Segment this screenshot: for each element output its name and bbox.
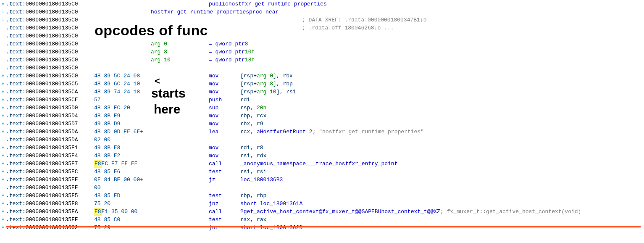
- asm-line[interactable]: ●.text:00000001800135D4 48 8B E9movrbp, …: [0, 112, 644, 120]
- operands: rsi, rdx: [240, 152, 266, 160]
- asm-line[interactable]: .text:00000001800135C0 arg_10= qword ptr…: [0, 56, 644, 64]
- annotation-here: here: [154, 105, 180, 113]
- breakpoint-dot[interactable]: ●: [0, 128, 6, 136]
- operands: rsi, rsi: [240, 168, 266, 176]
- asm-line[interactable]: ●.text:00000001800135FF 48 85 C0testrax,…: [0, 216, 644, 224]
- segment-address: .text:00000001800135CF: [6, 96, 94, 104]
- annotation-opcodes: opcodes of func: [95, 23, 208, 38]
- asm-line[interactable]: .text:00000001800135C0 arg_8= qword ptr …: [0, 48, 644, 56]
- operands: rbp, rbp: [240, 192, 266, 200]
- breakpoint-dot[interactable]: ●: [0, 216, 6, 224]
- asm-line[interactable]: ●.text:00000001800135CF 57pushrdi: [0, 96, 644, 104]
- opcode-bytes: 48 85 C0: [94, 216, 151, 224]
- mnemonic: test: [209, 192, 240, 200]
- segment-address: .text:00000001800135C0: [6, 8, 94, 16]
- asm-line[interactable]: .text:00000001800135DA 02 00: [0, 136, 644, 144]
- arg-name: arg_0: [151, 40, 209, 48]
- segment-address: .text:00000001800135E1: [6, 144, 94, 152]
- operands: short loc_18001362D: [240, 224, 302, 232]
- breakpoint-dot[interactable]: ●: [0, 0, 6, 8]
- asm-line[interactable]: ●.text:00000001800135C5 48 89 6C 24 10mo…: [0, 80, 644, 88]
- breakpoint-dot[interactable]: ●: [0, 200, 6, 208]
- line-comment: ; "hostfxr_get_runtime_properties": [313, 128, 424, 136]
- segment-address: .text:00000001800135C0: [6, 32, 94, 40]
- operands: _anonymous_namespace___trace_hostfxr_ent…: [240, 160, 397, 168]
- breakpoint-dot[interactable]: ●: [0, 224, 6, 232]
- asm-line[interactable]: ●.text:00000001800135DA 48 8D 0D EF 6F+l…: [0, 128, 644, 136]
- segment-address: .text:00000001800135F5: [6, 192, 94, 200]
- asm-line[interactable]: ○.text:00000001800135C0 hostfxr_get_runt…: [0, 8, 644, 16]
- asm-line[interactable]: ●.text:00000001800135F5 48 85 EDtestrbp,…: [0, 192, 644, 200]
- asm-line[interactable]: .text:00000001800135C0 arg_0= qword ptr …: [0, 40, 644, 48]
- segment-address: .text:00000001800135C0: [6, 48, 94, 56]
- asm-line[interactable]: ●.text:00000001800135F8 75 20jnzshort lo…: [0, 200, 644, 208]
- asm-line[interactable]: ●.text:00000001800135EC 48 85 F6testrsi,…: [0, 168, 644, 176]
- opcode-bytes: [94, 0, 151, 8]
- segment-address: .text:00000001800135C0: [6, 0, 94, 8]
- breakpoint-dot[interactable]: ●: [0, 88, 6, 96]
- asm-line[interactable]: ●.text:00000001800135E1 49 8B F8movrdi, …: [0, 144, 644, 152]
- segment-address: .text:00000001800135C0: [6, 56, 94, 64]
- breakpoint-dot[interactable]: ●: [0, 104, 6, 112]
- opcode-bytes: [94, 64, 151, 72]
- segment-address: .text:00000001800135C0: [6, 24, 94, 32]
- asm-line[interactable]: ●.text:0000000180013602 75 29jnzshort lo…: [0, 224, 644, 232]
- annotation-starts: starts: [151, 89, 186, 97]
- mnemonic: mov: [209, 152, 240, 160]
- breakpoint-dot[interactable]: ●: [0, 72, 6, 80]
- mnemonic: mov: [209, 144, 240, 152]
- asm-line[interactable]: ●.text:00000001800135CA 48 89 74 24 18mo…: [0, 88, 644, 96]
- mnemonic: mov: [209, 112, 240, 120]
- operands: rcx, aHostfxrGetRunt_2: [240, 128, 313, 136]
- segment-address: .text:00000001800135F8: [6, 200, 94, 208]
- breakpoint-dot[interactable]: ●: [0, 112, 6, 120]
- breakpoint-dot[interactable]: ●: [0, 152, 6, 160]
- breakpoint-dot[interactable]: ○: [0, 8, 6, 16]
- opcode-bytes: 48 89 74 24 18: [94, 88, 151, 96]
- asm-line[interactable]: ●.text:00000001800135EF 0F 84 BE 00 00+j…: [0, 176, 644, 184]
- segment-address: .text:00000001800135C0: [6, 72, 94, 80]
- breakpoint-dot[interactable]: ●: [0, 120, 6, 128]
- segment-address: .text:00000001800135C0: [6, 40, 94, 48]
- xref-comment: ; DATA XREF: .rdata:00000001800347B1↓o: [302, 16, 426, 24]
- asm-line[interactable]: ●.text:00000001800135D0 48 83 EC 20subrs…: [0, 104, 644, 112]
- line-comment: ; fx_muxer_t::get_active_host_context(vo…: [440, 208, 581, 216]
- asm-line[interactable]: ●.text:00000001800135E7 E8 EC E7 FF FFca…: [0, 160, 644, 168]
- breakpoint-dot[interactable]: ●: [0, 80, 6, 88]
- segment-address: .text:00000001800135D7: [6, 120, 94, 128]
- mnemonic: jnz: [209, 200, 240, 208]
- operands: loc_1800136B3: [240, 176, 283, 184]
- asm-line[interactable]: ●.text:00000001800135C0 public hostfxr_g…: [0, 0, 644, 8]
- segment-address: .text:00000001800135DA: [6, 128, 94, 136]
- breakpoint-dot[interactable]: ●: [0, 208, 6, 216]
- asm-line[interactable]: ●.text:00000001800135D7 49 8B D9movrbx, …: [0, 120, 644, 128]
- breakpoint-dot[interactable]: ●: [0, 160, 6, 168]
- opcode-bytes: 00: [94, 184, 151, 192]
- opcode-bytes: 48 85 F6: [94, 168, 151, 176]
- highlight-line: [6, 226, 641, 227]
- mnemonic: call: [209, 208, 240, 216]
- asm-line[interactable]: ●.text:00000001800135C0 48 89 5C 24 08mo…: [0, 72, 644, 80]
- opcode-bytes: 48 8B E9: [94, 112, 151, 120]
- breakpoint-dot[interactable]: ●: [0, 192, 6, 200]
- mnemonic: mov: [209, 80, 240, 88]
- segment-address: .text:00000001800135EF: [6, 184, 94, 192]
- breakpoint-dot[interactable]: ●: [0, 168, 6, 176]
- arg-name: arg_8: [151, 48, 209, 56]
- operands: rbp, rcx: [240, 112, 266, 120]
- asm-line[interactable]: ●.text:00000001800135E4 48 8B F2movrsi, …: [0, 152, 644, 160]
- opcode-bytes: 48 83 EC 20: [94, 104, 151, 112]
- opcode-bytes: 49 8B F8: [94, 144, 151, 152]
- breakpoint-dot[interactable]: ○: [0, 16, 6, 24]
- operands: [rsp+arg_0], rbx: [240, 72, 293, 80]
- operands: [rsp+arg_10], rsi: [240, 88, 296, 96]
- breakpoint-dot[interactable]: ●: [0, 96, 6, 104]
- asm-line[interactable]: .text:00000001800135EF 00: [0, 184, 644, 192]
- breakpoint-dot[interactable]: ●: [0, 176, 6, 184]
- mnemonic: push: [209, 96, 240, 104]
- segment-address: .text:00000001800135EC: [6, 168, 94, 176]
- asm-line[interactable]: .text:00000001800135C0: [0, 64, 644, 72]
- asm-line[interactable]: ●.text:00000001800135FA E8 E1 35 00 00ca…: [0, 208, 644, 216]
- breakpoint-dot[interactable]: ●: [0, 144, 6, 152]
- xref-comment: ; .rdata:off_180046268↓o ...: [302, 24, 394, 32]
